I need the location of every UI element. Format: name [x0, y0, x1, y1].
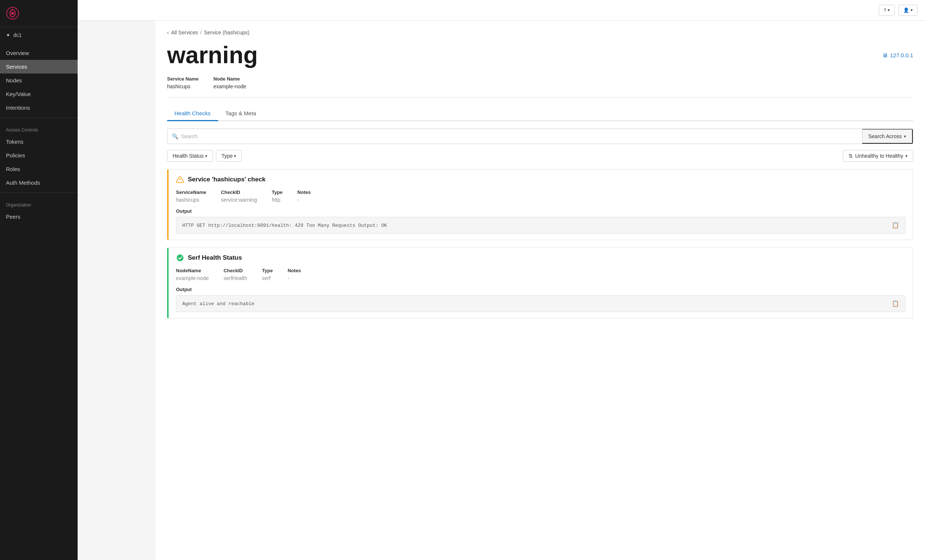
breadcrumb-separator: /	[200, 30, 202, 36]
sort-label: Unhealthy to Healthy	[855, 153, 903, 159]
sidebar-item-overview[interactable]: Overview	[0, 46, 78, 60]
check-passing-node-name: NodeName example-node	[176, 268, 209, 281]
sidebar-item-peers[interactable]: Peers	[0, 210, 78, 224]
sidebar-item-tokens[interactable]: Tokens	[0, 135, 78, 149]
svg-point-3	[180, 181, 181, 182]
service-name-value: hashicups	[167, 84, 190, 89]
check-passing-type: Type serf	[262, 268, 273, 281]
search-bar: 🔍 Search Across ▾	[167, 129, 913, 144]
sort-icon: ⇅	[848, 153, 853, 159]
passing-icon	[176, 254, 184, 262]
check-passing-output-label: Output	[176, 287, 905, 292]
ip-address-link[interactable]: 🖥 127.0.0.1	[882, 52, 913, 59]
check-warning-check-id: CheckID service:warning	[221, 189, 257, 203]
sidebar-item-nodes[interactable]: Nodes	[0, 74, 78, 87]
search-input-wrap: 🔍	[167, 129, 862, 144]
node-name-value: example-node	[213, 84, 246, 89]
main-content: ‹ All Services / Service (hashicups) war…	[155, 21, 925, 560]
check-warning-fields: ServiceName hashicups CheckID service:wa…	[176, 189, 905, 203]
sidebar-item-auth-methods[interactable]: Auth Methods	[0, 176, 78, 189]
check-passing-check-id: CheckID serfHealth	[224, 268, 247, 281]
breadcrumb-current-page: Service (hashicups)	[204, 30, 250, 36]
search-icon: 🔍	[172, 134, 178, 139]
check-card-passing: Serf Health Status NodeName example-node…	[167, 248, 913, 318]
sidebar-nav: Overview Services Nodes Key/Value Intent…	[0, 43, 78, 227]
node-name-label: Node Name	[213, 76, 246, 82]
page-title: warning	[167, 41, 258, 69]
check-warning-body: ServiceName hashicups CheckID service:wa…	[169, 189, 913, 240]
svg-point-1	[11, 12, 14, 14]
sidebar: ✦ dc1 Overview Services Nodes Key/Value …	[0, 0, 78, 560]
sidebar-header	[0, 0, 78, 27]
service-name-label: Service Name	[167, 76, 199, 82]
user-chevron-icon: ▾	[911, 8, 913, 12]
dc-label: ✦ dc1	[0, 27, 78, 43]
topbar: ? ▾ 👤 ▾	[78, 0, 925, 21]
sidebar-item-keyvalue[interactable]: Key/Value	[0, 87, 78, 101]
sidebar-item-roles[interactable]: Roles	[0, 162, 78, 176]
access-controls-section-label: Access Controls	[0, 121, 78, 135]
type-filter[interactable]: Type ▾	[216, 150, 242, 162]
ip-address: 127.0.0.1	[890, 52, 913, 59]
check-warning-title: Service 'hashicups' check	[188, 176, 265, 183]
service-meta: Service Name hashicups Node Name example…	[167, 76, 913, 98]
service-name-field: Service Name hashicups	[167, 76, 199, 90]
check-card-warning: Service 'hashicups' check ServiceName ha…	[167, 169, 913, 240]
breadcrumb: ‹ All Services / Service (hashicups)	[167, 30, 913, 36]
tab-health-checks[interactable]: Health Checks	[167, 107, 218, 121]
search-across-button[interactable]: Search Across ▾	[862, 129, 913, 144]
organization-section-label: Organization	[0, 196, 78, 210]
check-passing-notes: Notes -	[288, 268, 301, 281]
tabs: Health Checks Tags & Meta	[167, 107, 913, 121]
health-status-chevron-icon: ▾	[205, 154, 207, 158]
search-across-label: Search Across	[868, 134, 902, 139]
check-warning-type: Type http	[272, 189, 282, 203]
check-warning-notes: Notes -	[297, 189, 310, 203]
copy-warning-output-icon[interactable]: 📋	[892, 222, 899, 229]
user-icon: 👤	[903, 8, 909, 13]
copy-passing-output-icon[interactable]: 📋	[892, 300, 899, 307]
help-button[interactable]: ? ▾	[879, 5, 895, 15]
check-warning-output-label: Output	[176, 208, 905, 214]
dc-icon: ✦	[6, 32, 11, 38]
type-label: Type	[221, 153, 232, 159]
sidebar-item-services[interactable]: Services	[0, 60, 78, 74]
search-input[interactable]	[181, 134, 858, 139]
search-across-chevron-icon: ▾	[904, 134, 906, 139]
health-status-filter[interactable]: Health Status ▾	[167, 150, 213, 162]
filters-row: Health Status ▾ Type ▾ ⇅ Unhealthy to He…	[167, 150, 913, 162]
check-warning-service-name: ServiceName hashicups	[176, 189, 206, 203]
page-title-row: warning 🖥 127.0.0.1	[167, 41, 913, 69]
sidebar-item-intentions[interactable]: Intentions	[0, 101, 78, 114]
warning-icon	[176, 176, 184, 183]
ip-icon: 🖥	[882, 52, 888, 59]
check-warning-output-text: HTTP GET http://localhost:9091/health: 4…	[182, 223, 387, 228]
check-warning-output-box: HTTP GET http://localhost:9091/health: 4…	[176, 217, 905, 234]
check-card-passing-header: Serf Health Status	[169, 248, 913, 268]
tab-tags-meta[interactable]: Tags & Meta	[218, 107, 264, 121]
check-passing-body: NodeName example-node CheckID serfHealth…	[169, 268, 913, 318]
node-name-field: Node Name example-node	[213, 76, 246, 90]
sort-chevron-icon: ▾	[905, 154, 908, 158]
check-passing-output-text: Agent alive and reachable	[182, 301, 255, 306]
help-chevron-icon: ▾	[888, 8, 890, 12]
check-passing-title: Serf Health Status	[188, 254, 242, 261]
breadcrumb-all-services[interactable]: All Services	[171, 30, 198, 36]
check-card-warning-header: Service 'hashicups' check	[169, 170, 913, 189]
health-status-label: Health Status	[173, 153, 204, 159]
sidebar-item-policies[interactable]: Policies	[0, 149, 78, 162]
check-passing-output-box: Agent alive and reachable 📋	[176, 295, 905, 312]
svg-point-4	[177, 255, 183, 261]
type-chevron-icon: ▾	[234, 154, 236, 158]
consul-logo-icon	[6, 7, 19, 20]
sort-button[interactable]: ⇅ Unhealthy to Healthy ▾	[843, 150, 913, 162]
check-passing-fields: NodeName example-node CheckID serfHealth…	[176, 268, 905, 281]
user-button[interactable]: 👤 ▾	[898, 5, 917, 15]
help-icon: ?	[884, 8, 886, 13]
breadcrumb-back-icon[interactable]: ‹	[167, 30, 169, 36]
